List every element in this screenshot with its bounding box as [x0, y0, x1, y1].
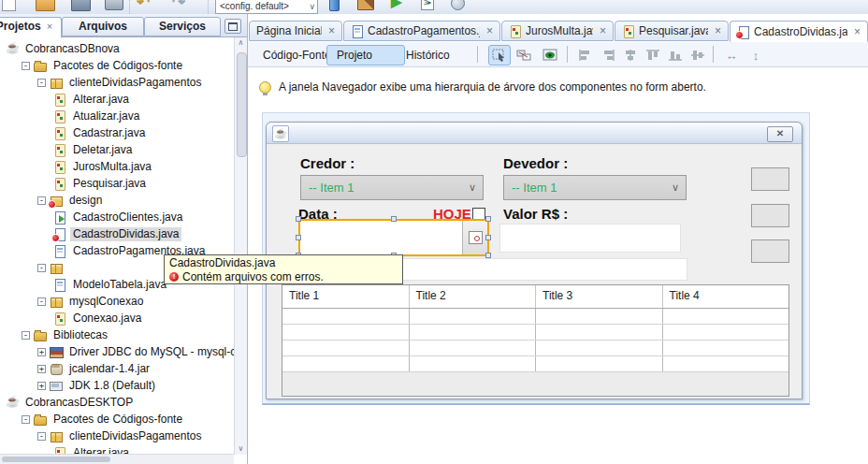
tree-item[interactable]: + JDK 1.8 (Default) [0, 377, 234, 394]
scroll-down-icon[interactable]: ∨ [235, 443, 247, 455]
new-file-icon[interactable] [2, 0, 16, 11]
calendar-button[interactable] [462, 221, 487, 254]
window-close-button[interactable]: ✕ [767, 126, 793, 142]
expander-icon[interactable]: + [37, 365, 46, 373]
side-button-3[interactable] [751, 239, 789, 263]
tree-item[interactable]: - mysqlConexao [0, 293, 234, 310]
view-toggle-button[interactable]: Histórico [396, 45, 474, 65]
editor-tab[interactable]: Página Inicial × [249, 21, 342, 41]
valor-field[interactable] [499, 224, 681, 253]
align-right-icon[interactable] [597, 45, 619, 65]
selection-mode-icon[interactable] [488, 45, 511, 65]
tree-item[interactable]: JurosMulta.java [0, 158, 234, 175]
tree-item[interactable]: Pesquisar.java [0, 175, 234, 192]
side-button-1[interactable] [751, 167, 789, 191]
close-tab-icon[interactable]: × [47, 21, 52, 32]
close-tab-icon[interactable]: × [486, 24, 493, 37]
selection-handle[interactable] [296, 216, 301, 222]
resize-vertical-icon[interactable]: ↕ [745, 45, 767, 65]
center-vertical-icon[interactable] [687, 45, 709, 65]
config-combo[interactable]: <config. default> ∨ [215, 0, 318, 14]
tree-item[interactable]: Cadastrar.java [0, 124, 234, 141]
expander-icon[interactable]: + [37, 348, 46, 356]
scrollbar-thumb[interactable] [237, 52, 247, 157]
tree-item[interactable]: CadastroDividas.java [0, 225, 234, 242]
center-horizontal-icon[interactable] [619, 45, 642, 65]
tree-item[interactable]: - Bibliotecas [0, 326, 234, 343]
open-project-icon[interactable] [36, 0, 55, 11]
tree-item[interactable]: - clienteDividasPagamentos [0, 74, 234, 91]
table-header-cell[interactable]: Title 1 [282, 285, 410, 308]
expander-icon[interactable]: - [37, 264, 46, 272]
tree-item[interactable]: + jcalendar-1.4.jar [0, 360, 234, 377]
close-tab-icon[interactable]: × [715, 24, 721, 37]
editor-tab[interactable]: JurosMulta.java × [501, 21, 614, 41]
selection-handle[interactable] [391, 216, 397, 222]
profile-icon[interactable] [451, 0, 465, 10]
preview-design-icon[interactable] [539, 45, 561, 65]
date-input[interactable] [300, 221, 462, 254]
resize-horizontal-icon[interactable]: ↔ [720, 45, 743, 65]
table-header-cell[interactable]: Title 4 [663, 285, 789, 308]
scrollbar-thumb[interactable] [2, 457, 110, 462]
tree-item[interactable]: Conexao.java [0, 310, 234, 326]
tree-vertical-scrollbar[interactable]: ∧ ∨ [234, 37, 247, 455]
debug-icon[interactable]: 3▸ [421, 0, 434, 10]
selection-handle[interactable] [296, 235, 301, 240]
devedor-combobox[interactable]: -- Item 1 ∨ [503, 175, 687, 200]
tree-horizontal-scrollbar[interactable] [0, 454, 234, 464]
align-bottom-icon[interactable] [664, 45, 687, 65]
table-header-cell[interactable]: Title 2 [410, 285, 537, 308]
connection-mode-icon[interactable] [513, 45, 535, 65]
expander-icon[interactable]: - [22, 62, 30, 70]
close-tab-icon[interactable]: × [600, 24, 606, 37]
run-icon[interactable]: ▶ [391, 0, 402, 10]
tree-item[interactable]: - design [0, 192, 234, 209]
expander-icon[interactable]: - [22, 415, 30, 424]
tree-item[interactable]: - clienteDividasPagamentos [0, 428, 234, 444]
build-icon[interactable] [329, 0, 340, 11]
align-left-icon[interactable] [574, 45, 597, 65]
expander-icon[interactable]: - [37, 79, 46, 87]
print-icon[interactable] [105, 0, 123, 10]
panel-tab[interactable]: Serviços× [144, 17, 221, 36]
tree-item[interactable]: - Pacotes de Códigos-fonte [0, 411, 234, 428]
left-panel-tabbar: Projetos× Arquivos× Serviços× [0, 14, 247, 37]
selection-handle[interactable] [485, 253, 491, 258]
close-tab-icon[interactable]: × [854, 25, 861, 38]
date-field-selected[interactable] [298, 219, 489, 256]
tree-item[interactable]: Atualizar.java [0, 108, 234, 124]
undo-icon[interactable]: ↶ [137, 0, 150, 12]
clean-build-icon[interactable] [357, 0, 374, 10]
align-top-icon[interactable] [642, 45, 664, 65]
tree-item[interactable]: - Pacotes de Códigos-fonte [0, 57, 234, 74]
editor-tab[interactable]: CadastroPagamentos.java × [343, 21, 500, 41]
tree-item[interactable]: + Driver JDBC do MySQL - mysql-connec [0, 343, 234, 360]
side-button-2[interactable] [751, 204, 789, 227]
selection-handle[interactable] [485, 235, 491, 240]
tree-item[interactable]: CobrancasDBnova [0, 40, 234, 57]
close-tab-icon[interactable]: × [328, 24, 335, 37]
tree-item[interactable]: Deletar.java [0, 141, 234, 158]
redo-icon[interactable]: ↷ [172, 0, 185, 12]
tree-item[interactable]: Alterar.java [0, 91, 234, 108]
panel-tab[interactable]: Arquivos× [62, 17, 144, 36]
expander-icon[interactable]: + [37, 382, 46, 390]
minimize-panel-icon[interactable] [224, 19, 241, 34]
expander-icon[interactable]: - [37, 297, 46, 306]
tree-item[interactable]: CobrancasDESKTOP [0, 394, 234, 411]
busca-field[interactable] [366, 258, 687, 281]
selection-handle[interactable] [485, 216, 491, 222]
panel-tab[interactable]: Projetos× [0, 17, 62, 38]
open-file-icon[interactable] [71, 0, 91, 11]
scroll-up-icon[interactable]: ∧ [235, 37, 247, 49]
table-header-cell[interactable]: Title 3 [536, 285, 663, 308]
editor-tab[interactable]: Pesquisar.java × [615, 21, 729, 41]
credor-combobox[interactable]: -- Item 1 ∨ [300, 175, 484, 200]
tree-item[interactable]: CadastroClientes.java [0, 209, 234, 225]
expander-icon[interactable]: - [37, 432, 46, 441]
editor-tab[interactable]: CadastroDividas.java × [730, 21, 868, 42]
expander-icon[interactable]: - [37, 196, 46, 205]
view-toggle-button[interactable]: Projeto [326, 45, 405, 65]
expander-icon[interactable]: - [22, 331, 30, 340]
